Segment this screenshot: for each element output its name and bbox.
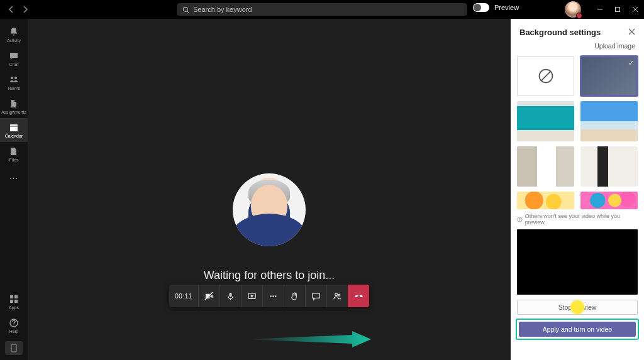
rail-item-activity[interactable]: Activity (0, 23, 28, 46)
apply-video-button[interactable]: Apply and turn on video (519, 322, 636, 337)
svg-point-19 (270, 295, 272, 297)
background-option-none[interactable] (517, 56, 574, 96)
presence-badge (576, 13, 582, 19)
title-bar: Search by keyword Preview (0, 0, 644, 19)
annotation-arrow (245, 331, 371, 347)
search-input[interactable]: Search by keyword (177, 3, 467, 16)
back-button[interactable] (6, 4, 16, 14)
stop-preview-button[interactable]: Stop preview (517, 300, 638, 315)
svg-rect-8 (10, 124, 18, 131)
close-icon (628, 28, 635, 35)
background-options-grid: ✓ (511, 53, 644, 209)
background-option-image-1[interactable] (517, 101, 574, 141)
camera-toggle-button[interactable] (198, 285, 219, 307)
help-icon (9, 318, 19, 328)
svg-line-1 (187, 11, 189, 13)
background-settings-panel: Background settings Upload image ✓ Other… (511, 19, 644, 360)
hang-up-button[interactable] (348, 285, 369, 307)
waiting-message: Waiting for others to join... (204, 269, 335, 282)
rail-item-chat[interactable]: Chat (0, 46, 28, 70)
svg-point-23 (338, 294, 340, 296)
rail-more-button[interactable]: ··· (0, 168, 28, 187)
search-icon (182, 6, 189, 13)
search-placeholder: Search by keyword (193, 6, 252, 13)
rail-label: Calendar (5, 134, 23, 138)
svg-point-22 (335, 293, 338, 295)
background-option-blur[interactable]: ✓ (580, 56, 638, 96)
apps-icon (9, 294, 19, 304)
svg-marker-24 (245, 331, 371, 347)
rail-label: Activity (7, 38, 21, 43)
more-actions-button[interactable] (262, 285, 284, 307)
svg-point-31 (519, 218, 520, 219)
svg-rect-15 (11, 344, 16, 352)
maximize-button[interactable] (609, 0, 626, 19)
svg-rect-11 (14, 295, 18, 298)
preview-info-text: Others won't see your video while you pr… (511, 209, 644, 228)
share-screen-button[interactable] (241, 285, 262, 307)
preview-toggle-label: Preview (494, 4, 519, 11)
svg-rect-3 (616, 8, 620, 12)
video-preview (517, 229, 638, 295)
rail-label: Chat (9, 62, 19, 67)
rail-item-help[interactable]: Help (0, 314, 28, 337)
svg-rect-12 (10, 300, 13, 303)
participant-avatar (233, 173, 306, 246)
background-option-image-5[interactable] (517, 192, 574, 209)
info-icon (517, 217, 523, 222)
rail-label: Assignments (1, 110, 26, 114)
calendar-icon (9, 123, 19, 133)
meeting-chat-button[interactable] (305, 285, 326, 307)
background-option-image-3[interactable] (517, 146, 574, 187)
minimize-button[interactable] (591, 0, 609, 19)
cursor-highlight (569, 299, 586, 315)
phone-icon (11, 344, 17, 352)
rail-item-calendar[interactable]: Calendar (0, 118, 28, 142)
preview-toggle-group: Preview (473, 3, 519, 12)
svg-line-28 (541, 71, 551, 81)
background-option-image-2[interactable] (580, 101, 638, 141)
close-button[interactable] (626, 0, 644, 19)
preview-toggle[interactable] (473, 3, 489, 12)
history-nav (0, 4, 30, 14)
app-rail: Activity Chat Teams Assignments Calendar… (0, 19, 28, 360)
svg-rect-10 (10, 295, 13, 298)
rail-label: Apps (9, 305, 19, 310)
forward-button[interactable] (20, 4, 30, 14)
apply-button-highlight: Apply and turn on video (516, 319, 639, 340)
background-option-image-4[interactable] (580, 146, 638, 187)
raise-hand-button[interactable] (284, 285, 305, 307)
svg-point-6 (11, 77, 13, 79)
rail-item-apps[interactable]: Apps (0, 290, 28, 314)
svg-point-0 (183, 7, 187, 11)
rail-item-assignments[interactable]: Assignments (0, 94, 28, 118)
background-option-image-6[interactable] (580, 192, 638, 209)
microphone-toggle-button[interactable] (219, 285, 241, 307)
rail-mobile-button[interactable] (5, 341, 23, 355)
teams-icon (9, 75, 19, 85)
rail-label: Files (9, 158, 19, 162)
window-controls (591, 0, 644, 19)
upload-image-link[interactable]: Upload image (511, 41, 644, 53)
panel-close-button[interactable] (628, 28, 635, 37)
svg-point-21 (275, 295, 276, 297)
files-icon (9, 146, 19, 156)
svg-point-20 (272, 295, 274, 297)
selected-check-icon: ✓ (628, 59, 634, 67)
participants-button[interactable] (326, 285, 348, 307)
panel-title: Background settings (519, 28, 601, 37)
meeting-stage: Waiting for others to join... 00:11 (28, 19, 511, 360)
svg-point-7 (14, 77, 17, 79)
svg-rect-13 (14, 300, 18, 303)
rail-item-files[interactable]: Files (0, 142, 28, 166)
meeting-control-bar: 00:11 (169, 285, 369, 307)
call-timer: 00:11 (169, 285, 198, 307)
svg-rect-17 (230, 292, 232, 297)
none-icon (537, 67, 555, 85)
rail-label: Teams (8, 86, 21, 90)
bell-icon (9, 27, 19, 37)
rail-bottom: Apps Help (0, 290, 28, 360)
profile-avatar[interactable] (565, 1, 581, 18)
rail-item-teams[interactable]: Teams (0, 70, 28, 94)
rail-label: Help (9, 329, 18, 334)
